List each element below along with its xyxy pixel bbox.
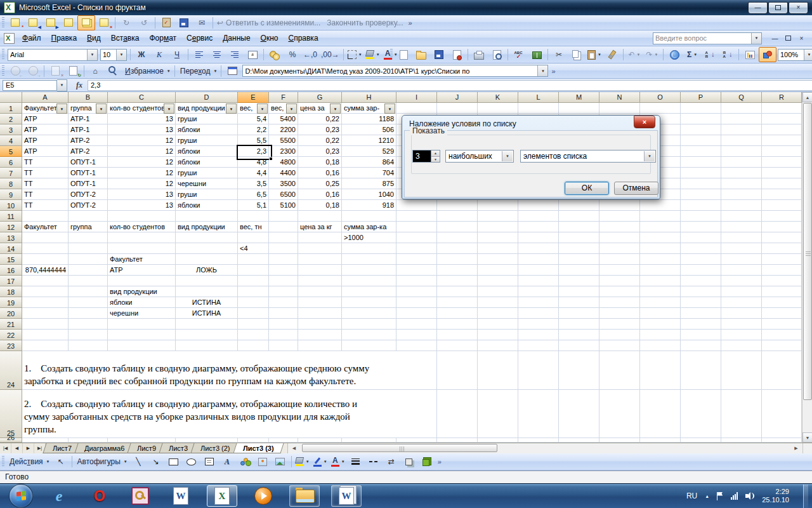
cell-C11[interactable] — [108, 211, 176, 222]
address-combobox[interactable]: D:\Мои документы\ДИАТ\Метод указ 2009-20… — [242, 65, 548, 77]
cell-D18[interactable] — [176, 286, 238, 297]
cell-Q12[interactable] — [721, 222, 762, 232]
cell-G8[interactable]: 0,25 — [298, 178, 342, 189]
column-header-I[interactable]: I — [396, 92, 437, 103]
cell-P23[interactable] — [681, 340, 721, 351]
dash-style-button[interactable] — [365, 454, 383, 469]
cell-A2[interactable]: АТР — [22, 114, 69, 124]
workbook-restore-button[interactable] — [783, 34, 794, 43]
cell-C22[interactable] — [108, 330, 176, 340]
cell-O19[interactable] — [640, 297, 681, 308]
format-painter-button[interactable] — [603, 47, 621, 62]
column-header-Q[interactable]: Q — [721, 92, 762, 103]
cell-G10[interactable]: 0,18 — [298, 200, 342, 211]
cell-J11[interactable] — [437, 211, 478, 222]
cell-B20[interactable] — [69, 308, 108, 319]
cell-H5[interactable]: 529 — [342, 146, 396, 157]
cell-B18[interactable] — [69, 286, 108, 297]
cell-O12[interactable] — [640, 222, 681, 232]
formula-input[interactable]: 2,3 — [88, 80, 812, 91]
cell-J10[interactable] — [437, 200, 478, 211]
cell-G26[interactable] — [298, 438, 342, 443]
cell-Q2[interactable] — [721, 114, 762, 124]
cell-J14[interactable] — [437, 243, 478, 254]
cell-O23[interactable] — [640, 340, 681, 351]
cell-G13[interactable] — [298, 232, 342, 243]
cell-I12[interactable] — [396, 222, 437, 232]
cell-O25[interactable] — [640, 390, 681, 438]
cell-J16[interactable] — [437, 265, 478, 276]
column-header-D[interactable]: D — [176, 92, 238, 103]
column-header-R[interactable]: R — [762, 92, 802, 103]
cell-Q23[interactable] — [721, 340, 762, 351]
sort-ascending-button[interactable] — [701, 47, 719, 62]
cell-K21[interactable] — [478, 319, 518, 330]
cell-B2[interactable]: АТР-1 — [69, 114, 108, 124]
cell-A3[interactable]: АТР — [22, 124, 69, 135]
cell-R5[interactable] — [762, 146, 802, 157]
cell-D5[interactable]: яблоки — [176, 146, 238, 157]
cell-A21[interactable] — [22, 319, 69, 330]
cell-F13[interactable] — [269, 232, 298, 243]
cell-E8[interactable]: 3,5 — [238, 178, 269, 189]
cell-K26[interactable] — [478, 438, 518, 443]
cell-F2[interactable]: 5400 — [269, 114, 298, 124]
select-objects-button[interactable]: ↖ — [52, 454, 70, 469]
cell-M23[interactable] — [559, 340, 599, 351]
cell-R16[interactable] — [762, 265, 802, 276]
cell-L24[interactable] — [518, 351, 559, 390]
row-header-21[interactable]: 21 — [0, 319, 22, 330]
cell-N16[interactable] — [599, 265, 640, 276]
autosum-button[interactable]: Σ▼ — [683, 47, 701, 62]
menu-правка[interactable]: Правка — [46, 32, 82, 44]
cell-B26[interactable] — [69, 438, 108, 443]
row-header-3[interactable]: 3 — [0, 124, 22, 135]
cell-C19[interactable]: яблоки — [108, 297, 176, 308]
row-header-4[interactable]: 4 — [0, 135, 22, 146]
cell-H26[interactable] — [342, 438, 396, 443]
chevron-down-icon[interactable]: ▼ — [116, 50, 126, 60]
cell-R19[interactable] — [762, 297, 802, 308]
cell-P1[interactable] — [681, 103, 721, 114]
cell-F22[interactable] — [269, 330, 298, 340]
cell-A17[interactable] — [22, 276, 69, 286]
cell-N18[interactable] — [599, 286, 640, 297]
cell-G14[interactable] — [298, 243, 342, 254]
cell-I16[interactable] — [396, 265, 437, 276]
cell-G2[interactable]: 0,22 — [298, 114, 342, 124]
cell-R10[interactable] — [762, 200, 802, 211]
cell-D19[interactable]: ИСТИНА — [176, 297, 238, 308]
workbook-minimize-button[interactable]: — — [769, 34, 780, 43]
cell-P11[interactable] — [681, 211, 721, 222]
cell-C18[interactable]: вид продукции — [108, 286, 176, 297]
cell-P9[interactable] — [681, 189, 721, 200]
cell-G15[interactable] — [298, 254, 342, 265]
chevron-down-icon[interactable]: ▼ — [644, 151, 655, 161]
cell-O22[interactable] — [640, 330, 681, 340]
dialog-close-button[interactable]: × — [634, 116, 655, 128]
new-button[interactable] — [395, 47, 412, 62]
cell-C7[interactable]: 12 — [108, 168, 176, 178]
cell-C4[interactable]: 12 — [108, 135, 176, 146]
cell-D20[interactable]: ИСТИНА — [176, 308, 238, 319]
cell-R22[interactable] — [762, 330, 802, 340]
cell-J19[interactable] — [437, 297, 478, 308]
cell-H12[interactable]: сумма зар-ка — [342, 222, 396, 232]
cell-R14[interactable] — [762, 243, 802, 254]
cell-E19[interactable] — [238, 297, 269, 308]
cell-Q4[interactable] — [721, 135, 762, 146]
chevron-down-icon[interactable]: ▼ — [804, 50, 812, 60]
cell-M25[interactable] — [559, 390, 599, 438]
cell-L1[interactable] — [518, 103, 559, 114]
cell-Q3[interactable] — [721, 124, 762, 135]
column-header-N[interactable]: N — [599, 92, 640, 103]
cell-R21[interactable] — [762, 319, 802, 330]
units-combobox[interactable]: элементов списка ▼ — [520, 150, 656, 163]
font-size-combobox[interactable]: 10▼ — [100, 49, 127, 61]
cell-P12[interactable] — [681, 222, 721, 232]
cell-D22[interactable] — [176, 330, 238, 340]
vertical-scroll-thumb[interactable] — [803, 103, 812, 400]
cell-C13[interactable] — [108, 232, 176, 243]
row-header-9[interactable]: 9 — [0, 189, 22, 200]
cell-P3[interactable] — [681, 124, 721, 135]
